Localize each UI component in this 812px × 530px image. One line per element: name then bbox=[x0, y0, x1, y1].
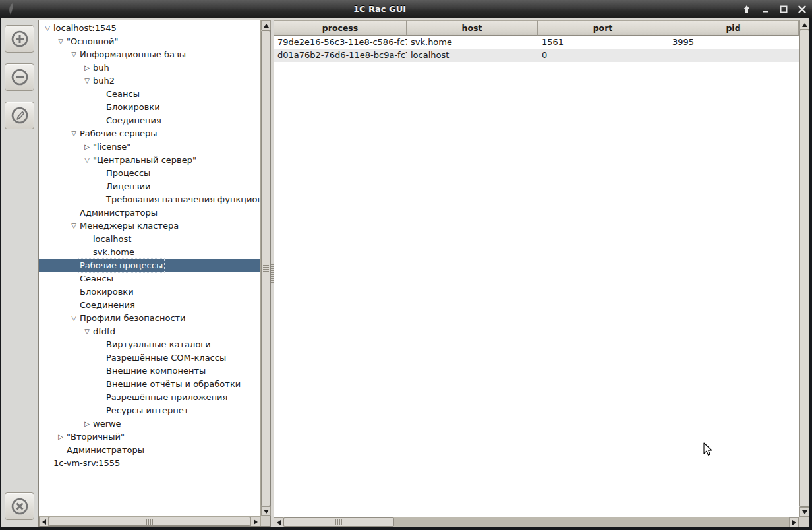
table-row[interactable]: 79de2e16-56c3-11e8-c586-fc75165svk.home1… bbox=[274, 36, 799, 49]
table-hscroll-thumb[interactable] bbox=[283, 517, 394, 527]
table-vertical-scrollbar[interactable] bbox=[799, 20, 809, 527]
tree-item[interactable]: ▽buh2 bbox=[39, 74, 260, 88]
scroll-right-button[interactable] bbox=[789, 517, 799, 527]
tree-item[interactable]: ▽localhost:1545 bbox=[39, 22, 260, 35]
tree-item[interactable]: ▽"Основной" bbox=[39, 35, 260, 48]
tree-item[interactable]: ▽dfdfd bbox=[39, 325, 260, 338]
table-horizontal-scrollbar[interactable] bbox=[274, 517, 799, 527]
edit-button[interactable] bbox=[5, 102, 34, 129]
column-header-host[interactable]: host bbox=[407, 20, 538, 36]
tree-item[interactable]: 1c-vm-srv:1555 bbox=[39, 457, 260, 470]
expander-open-icon[interactable]: ▽ bbox=[69, 220, 78, 233]
tree-item[interactable]: Рабочие процессы bbox=[39, 259, 260, 272]
quit-button[interactable] bbox=[5, 492, 34, 520]
tree-item[interactable]: Процессы bbox=[39, 167, 260, 180]
tree-item[interactable]: ▽Профили безопасности bbox=[39, 312, 260, 325]
tree-item[interactable]: Соединения bbox=[39, 114, 260, 127]
tree-item[interactable]: localhost bbox=[39, 233, 260, 246]
expander-open-icon[interactable]: ▽ bbox=[82, 154, 92, 167]
expander-open-icon[interactable]: ▽ bbox=[69, 48, 78, 61]
expander-open-icon[interactable]: ▽ bbox=[82, 74, 92, 88]
scroll-up-button[interactable] bbox=[799, 20, 809, 30]
table-header-row: processhostportpid bbox=[274, 20, 799, 36]
expander-open-icon[interactable]: ▽ bbox=[43, 22, 52, 35]
tree-item-label: Сеансы bbox=[78, 272, 115, 285]
scroll-down-button[interactable] bbox=[799, 507, 809, 517]
expander-closed-icon[interactable]: ▷ bbox=[82, 140, 92, 154]
tree-item[interactable]: Блокировки bbox=[39, 101, 260, 114]
minimize-button[interactable] bbox=[759, 3, 771, 15]
scroll-right-button[interactable] bbox=[250, 517, 260, 526]
tree-item[interactable]: Ресурсы интернет bbox=[39, 404, 260, 417]
maximize-button[interactable] bbox=[778, 3, 790, 15]
tree-item[interactable]: Сеансы bbox=[39, 88, 260, 101]
plus-circle-icon bbox=[9, 28, 30, 49]
column-header-port[interactable]: port bbox=[538, 20, 668, 36]
titlebar[interactable]: 1C Rac GUI bbox=[0, 0, 812, 18]
grip-icon bbox=[146, 519, 154, 525]
tree-item-label: Рабочие серверы bbox=[78, 127, 159, 140]
table-row[interactable]: d01a76b2-76d6-11e8-bc9a-fc75165localhost… bbox=[274, 49, 799, 62]
column-header-process[interactable]: process bbox=[274, 20, 407, 36]
tree-item[interactable]: Сеансы bbox=[39, 272, 260, 285]
tree-item[interactable]: ▷"license" bbox=[39, 140, 260, 154]
tree-vertical-scrollbar[interactable] bbox=[260, 20, 270, 526]
expander-open-icon[interactable]: ▽ bbox=[56, 35, 65, 48]
add-button[interactable] bbox=[5, 25, 34, 53]
tree-item[interactable]: ▷werwe bbox=[39, 417, 260, 430]
tree-item[interactable]: ▽"Центральный сервер" bbox=[39, 154, 260, 167]
tree-item[interactable]: Внешние отчёты и обработки bbox=[39, 378, 260, 391]
expander-closed-icon[interactable]: ▷ bbox=[56, 430, 65, 444]
tree-item-label: dfdfd bbox=[92, 325, 117, 338]
expander-open-icon[interactable]: ▽ bbox=[82, 325, 92, 338]
tree-item-label: Блокировки bbox=[78, 285, 135, 299]
triangle-down-icon bbox=[802, 510, 807, 514]
expander-closed-icon[interactable]: ▷ bbox=[82, 61, 92, 74]
tree-item[interactable]: Требования назначения функциональнос bbox=[39, 193, 260, 206]
triangle-up-icon bbox=[802, 23, 807, 27]
tree-item[interactable]: Лицензии bbox=[39, 180, 260, 193]
tree-item[interactable]: Виртуальные каталоги bbox=[39, 338, 260, 351]
tree-item[interactable]: Администраторы bbox=[39, 206, 260, 220]
table-vscroll-thumb[interactable] bbox=[799, 30, 809, 507]
tree-item-label: Рабочие процессы bbox=[78, 259, 164, 272]
expander-closed-icon[interactable]: ▷ bbox=[82, 417, 92, 430]
tree-item-label: Сеансы bbox=[105, 88, 141, 101]
scroll-left-button[interactable] bbox=[39, 517, 49, 526]
column-header-pid[interactable]: pid bbox=[668, 20, 799, 36]
tree-item[interactable]: Разрешённые приложения bbox=[39, 391, 260, 404]
scroll-left-button[interactable] bbox=[274, 517, 283, 527]
tree-horizontal-scrollbar[interactable] bbox=[39, 516, 260, 526]
tree-item[interactable]: svk.home bbox=[39, 246, 260, 259]
maximize-icon bbox=[779, 5, 788, 14]
tree-item[interactable]: ▽Менеджеры кластера bbox=[39, 220, 260, 233]
tree-vscroll-thumb[interactable] bbox=[261, 30, 270, 506]
table-cell-port: 0 bbox=[538, 49, 668, 62]
scroll-up-button[interactable] bbox=[261, 20, 271, 30]
scroll-down-button[interactable] bbox=[261, 506, 271, 516]
tree-item-label: werwe bbox=[92, 417, 123, 430]
close-icon bbox=[798, 5, 807, 14]
table-cell-pid: 3995 bbox=[668, 36, 799, 49]
tree-item[interactable]: Разрешённые COM-классы bbox=[39, 351, 260, 365]
tree-item[interactable]: ▽Информационные базы bbox=[39, 48, 260, 61]
main-content: ▽localhost:1545▽"Основной"▽Информационны… bbox=[1, 18, 809, 527]
expander-open-icon[interactable]: ▽ bbox=[69, 312, 78, 325]
tree-hscroll-thumb[interactable] bbox=[49, 517, 250, 526]
tree-item[interactable]: ▷"Вторичный" bbox=[39, 430, 260, 444]
close-button[interactable] bbox=[796, 3, 808, 15]
tree-item[interactable]: ▷buh bbox=[39, 61, 260, 74]
scrollbar-corner bbox=[261, 516, 270, 526]
tree-item[interactable]: Внешние компоненты bbox=[39, 365, 260, 378]
expander-open-icon[interactable]: ▽ bbox=[69, 127, 78, 140]
remove-button[interactable] bbox=[5, 63, 34, 91]
tree-item-label: svk.home bbox=[92, 246, 136, 259]
shade-button[interactable] bbox=[741, 3, 753, 15]
tree-item[interactable]: Администраторы bbox=[39, 444, 260, 457]
tree-view[interactable]: ▽localhost:1545▽"Основной"▽Информационны… bbox=[39, 20, 260, 516]
grip-icon bbox=[335, 519, 343, 525]
process-table[interactable]: processhostportpid 79de2e16-56c3-11e8-c5… bbox=[274, 20, 799, 517]
tree-item[interactable]: Соединения bbox=[39, 299, 260, 312]
tree-item[interactable]: Блокировки bbox=[39, 285, 260, 299]
tree-item[interactable]: ▽Рабочие серверы bbox=[39, 127, 260, 140]
